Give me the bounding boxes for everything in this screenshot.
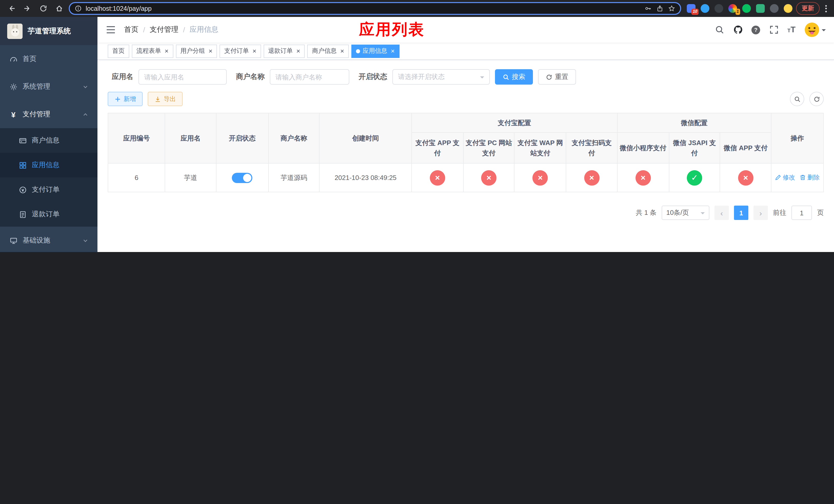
table-toolbar: 新增 导出 [108,92,824,106]
edit-link[interactable]: 修改 [775,173,795,182]
col-header-status: 开启状态 [216,113,268,163]
close-icon[interactable]: × [297,48,300,54]
url-text[interactable]: localhost:1024/pay/app [86,5,641,12]
group-header-wechat: 微信配置 [617,113,771,133]
col-header-wechat-mini: 微信小程序支付 [617,133,669,163]
extension-green-square-icon[interactable] [756,4,765,13]
extension-puzzle-icon[interactable]: 10 [687,4,696,13]
status-cross-icon: × [430,170,445,185]
breadcrumb-payment[interactable]: 支付管理 [150,25,178,35]
next-page-button[interactable]: › [753,206,768,220]
status-toggle[interactable] [232,173,253,183]
sidebar-item-infra[interactable]: 基础设施 [0,227,97,252]
close-icon[interactable]: × [253,48,256,54]
tab-pay-order[interactable]: 支付订单× [220,44,261,58]
extension-gray-icon[interactable] [770,4,778,13]
user-avatar[interactable] [804,22,826,38]
extension-dark-icon[interactable] [715,4,723,13]
extension-blue-icon[interactable] [701,4,709,13]
alipay-pc-cell: × [463,163,514,192]
sidebar-item-system[interactable]: 系统管理 [0,73,97,100]
export-button[interactable]: 导出 [148,92,182,106]
create-time-cell: 2021-10-23 08:49:25 [320,163,412,192]
bookmark-star-icon[interactable] [668,5,675,12]
app-logo[interactable]: 芋道管理系统 [0,17,97,45]
close-icon[interactable]: × [208,48,212,54]
prev-page-button[interactable]: ‹ [715,206,729,220]
col-header-alipay-pc: 支付宝 PC 网站支付 [463,133,514,163]
browser-forward-icon[interactable] [21,2,33,15]
browser-home-icon[interactable] [53,2,65,15]
extension-badge: 10 [692,9,699,15]
refresh-table-button[interactable] [809,92,824,106]
breadcrumb-home[interactable]: 首页 [124,25,138,35]
browser-refresh-icon[interactable] [37,2,49,15]
sidebar-item-home[interactable]: 首页 [0,45,97,73]
extension-rainbow-icon[interactable]: 1 [728,4,737,13]
sidebar-item-label: 商户信息 [32,136,60,145]
merchant-name-input[interactable] [270,69,349,85]
close-icon[interactable]: × [340,48,344,54]
hamburger-icon[interactable] [106,25,116,35]
browser-menu-icon[interactable] [823,5,829,12]
tab-merchant-info[interactable]: 商户信息× [307,44,349,58]
sidebar-item-refund-order[interactable]: 退款订单 [0,202,97,227]
help-icon[interactable]: ? [751,25,760,34]
tab-process-form[interactable]: 流程表单× [132,44,173,58]
add-button[interactable]: 新增 [108,92,142,106]
col-header-wechat-jsapi: 微信 JSAPI 支付 [669,133,720,163]
tab-refund-order[interactable]: 退款订单× [264,44,305,58]
address-bar[interactable]: localhost:1024/pay/app [69,2,681,15]
payment-submenu: 商户信息 应用信息 支付订单 [0,128,97,227]
wechat-mini-cell: × [617,163,669,192]
page-1-button[interactable]: 1 [734,206,748,220]
browser-back-icon[interactable] [5,2,18,15]
fullscreen-icon[interactable] [769,25,778,35]
tab-app-info-active[interactable]: 应用信息× [351,44,399,58]
app-name-cell: 芋道 [165,163,216,192]
delete-link[interactable]: 删除 [799,173,820,182]
sidebar-item-app-info[interactable]: 应用信息 [0,153,97,177]
col-header-actions: 操作 [771,113,824,163]
app-name-label: 应用名 [112,72,133,82]
order-icon [19,186,27,194]
sidebar-item-payment[interactable]: ¥ 支付管理 [0,100,97,128]
app-table: 应用编号 应用名 开启状态 商户名称 创建时间 支付宝配置 微信配置 操作 支付… [108,113,824,192]
status-cross-icon: × [584,170,599,185]
site-info-icon[interactable] [75,5,82,12]
search-icon [503,74,509,80]
close-icon[interactable]: × [164,48,169,54]
search-form: 应用名 商户名称 开启状态 请选择开启状态 搜索 重置 [108,69,824,85]
status-cross-icon: × [636,170,651,185]
alipay-app-cell: × [412,163,463,192]
avatar-emoji-icon [804,22,820,38]
header-search-icon[interactable] [715,25,724,35]
password-key-icon[interactable] [645,5,652,12]
status-select[interactable]: 请选择开启状态 [392,69,490,85]
sidebar-item-pay-order[interactable]: 支付订单 [0,177,97,202]
extension-green-circle-icon[interactable] [742,4,751,13]
chevron-down-icon [701,212,705,216]
search-button[interactable]: 搜索 [495,69,533,85]
tab-home[interactable]: 首页 [108,44,129,58]
github-icon[interactable] [733,25,743,35]
goto-prefix-label: 前往 [773,208,786,217]
share-icon[interactable] [657,5,663,12]
group-header-alipay: 支付宝配置 [412,113,617,133]
page-size-select[interactable]: 10条/页 [662,206,709,220]
sidebar-item-label: 基础设施 [23,236,50,245]
goto-page-input[interactable] [791,206,812,220]
avatar-caret-icon [822,29,826,33]
app-name-input[interactable] [138,69,227,85]
reset-button[interactable]: 重置 [538,69,576,85]
chevron-down-icon [83,84,88,90]
tab-user-group[interactable]: 用户分组× [176,44,217,58]
extension-badge: 1 [735,9,740,15]
sidebar-item-merchant-info[interactable]: 商户信息 [0,128,97,153]
profile-avatar-icon[interactable] [784,4,792,13]
browser-update-button[interactable]: 更新 [796,2,820,15]
status-cross-icon: × [533,170,548,185]
font-size-icon[interactable] [787,25,795,35]
close-icon[interactable]: × [391,48,395,54]
toggle-search-button[interactable] [790,92,804,106]
